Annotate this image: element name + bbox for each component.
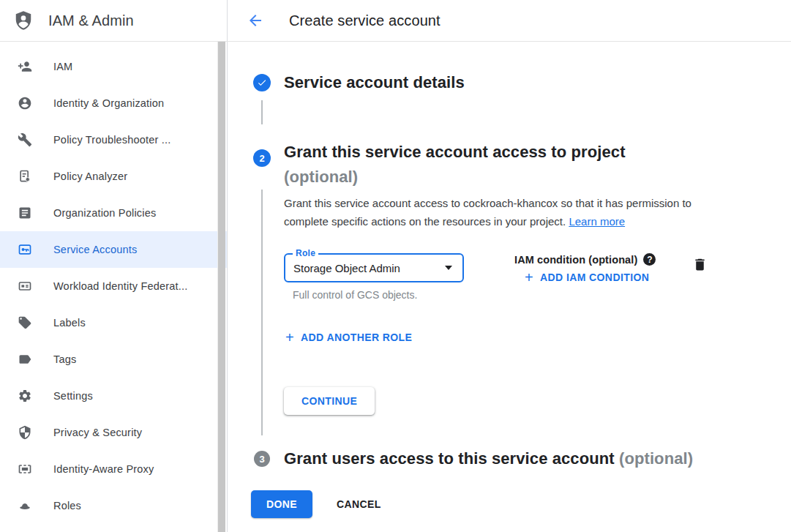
- step-2-number-badge: 2: [253, 149, 271, 167]
- form-actions: DONE CANCEL: [251, 490, 791, 518]
- sidebar-item-label: Settings: [53, 390, 93, 402]
- sidebar-item-roles[interactable]: Roles: [0, 487, 227, 524]
- sidebar-item-settings[interactable]: Settings: [0, 378, 227, 414]
- sidebar-item-service-accounts[interactable]: Service Accounts: [0, 231, 227, 268]
- sidebar-item-label: Privacy & Security: [53, 427, 142, 438]
- done-button[interactable]: DONE: [251, 490, 312, 518]
- iam-shield-icon: [12, 10, 34, 31]
- sidebar-item-tags[interactable]: Tags: [0, 341, 227, 378]
- stepper-connector: [261, 100, 263, 124]
- sidebar-item-label: Workload Identity Federat...: [53, 280, 187, 292]
- trash-icon: [692, 257, 708, 272]
- step-2-body: Grant this service account access to coc…: [261, 190, 791, 435]
- sidebar-item-label: Organization Policies: [53, 207, 156, 219]
- add-another-role-button[interactable]: + ADD ANOTHER ROLE: [285, 331, 412, 343]
- step-1-title: Service account details: [284, 72, 465, 94]
- create-service-account-form: Service account details 2 Grant this ser…: [228, 42, 791, 532]
- app-title: IAM & Admin: [48, 12, 134, 29]
- page-title: Create service account: [289, 12, 441, 29]
- sidebar-item-label: Identity & Organization: [53, 97, 164, 109]
- sidebar-item-label: Tags: [53, 353, 76, 365]
- sidebar-item-labels[interactable]: Labels: [0, 304, 227, 341]
- sidebar-item-policy-analyzer[interactable]: Policy Analyzer: [0, 158, 227, 195]
- role-field: Role Storage Object Admin Full control o…: [284, 253, 464, 301]
- step-1-completed-check-icon: [253, 74, 271, 91]
- sidebar-item-label: Labels: [53, 317, 86, 329]
- step-3-number-badge: 3: [254, 451, 270, 467]
- sidebar-item-label: Policy Troubleshooter ...: [53, 134, 171, 146]
- role-select-dropdown[interactable]: Role Storage Object Admin: [284, 253, 464, 282]
- plus-icon: +: [285, 331, 294, 343]
- article-icon: [18, 206, 32, 220]
- plus-icon: +: [525, 271, 533, 283]
- sidebar-item-organization-policies[interactable]: Organization Policies: [0, 195, 227, 231]
- label-tag-icon: [18, 315, 32, 330]
- step-2-optional-label: (optional): [284, 168, 358, 186]
- gear-icon: [18, 389, 32, 403]
- sidebar-item-iam[interactable]: IAM: [0, 48, 227, 85]
- step-2-title: Grant this service account access to pro…: [284, 143, 626, 161]
- add-iam-condition-button[interactable]: + ADD IAM CONDITION: [525, 271, 649, 283]
- sidebar: IAM Identity & Organization Policy Troub…: [0, 42, 228, 532]
- sidebar-item-policy-troubleshooter[interactable]: Policy Troubleshooter ...: [0, 121, 227, 158]
- role-field-label: Role: [293, 248, 318, 258]
- arrow-back-icon[interactable]: [247, 12, 264, 29]
- role-selected-value: Storage Object Admin: [293, 262, 400, 274]
- identity-card-icon: [18, 279, 32, 293]
- sidebar-item-privacy-security[interactable]: Privacy & Security: [0, 414, 227, 451]
- sidebar-item-label: Policy Analyzer: [53, 171, 127, 182]
- service-account-key-icon: [18, 242, 32, 257]
- step-1-service-account-details: Service account details: [245, 72, 791, 94]
- sidebar-item-identity-organization[interactable]: Identity & Organization: [0, 85, 227, 121]
- tag-arrow-icon: [18, 352, 32, 367]
- top-bar: IAM & Admin Create service account: [0, 0, 791, 42]
- sidebar-item-label: Service Accounts: [53, 244, 137, 255]
- step-3-title: Grant users access to this service accou…: [284, 449, 615, 468]
- account-circle-icon: [18, 96, 32, 110]
- step-3-optional-label: (optional): [619, 449, 693, 468]
- person-add-icon: [18, 59, 32, 74]
- sidebar-item-identity-aware-proxy[interactable]: Identity-Aware Proxy: [0, 451, 227, 487]
- step-2-grant-access: 2 Grant this service account access to p…: [245, 140, 791, 190]
- policy-analyzer-icon: [18, 169, 32, 184]
- sidebar-item-label: Roles: [53, 500, 81, 512]
- cancel-button[interactable]: CANCEL: [335, 492, 383, 516]
- shield-half-icon: [18, 425, 32, 440]
- sidebar-scrollbar[interactable]: [217, 42, 225, 532]
- iap-icon: [18, 462, 32, 476]
- page-header: Create service account: [228, 0, 791, 41]
- chevron-down-icon: [445, 266, 452, 270]
- step-2-description: Grant this service account access to coc…: [284, 197, 691, 228]
- sidebar-item-label: IAM: [53, 61, 72, 72]
- app-header: IAM & Admin: [0, 0, 228, 41]
- hat-icon: [18, 498, 32, 513]
- sidebar-item-workload-identity-federation[interactable]: Workload Identity Federat...: [0, 268, 227, 304]
- wrench-icon: [18, 132, 32, 147]
- iam-condition-block: IAM condition (optional) ? + ADD IAM CON…: [514, 253, 656, 285]
- continue-button[interactable]: CONTINUE: [284, 387, 375, 415]
- learn-more-link[interactable]: Learn more: [569, 215, 625, 228]
- iam-condition-label: IAM condition (optional): [514, 254, 637, 266]
- sidebar-item-label: Identity-Aware Proxy: [53, 463, 154, 475]
- step-3-grant-users-access: 3 Grant users access to this service acc…: [245, 448, 791, 470]
- delete-role-button[interactable]: [692, 257, 708, 272]
- help-icon[interactable]: ?: [643, 253, 656, 266]
- role-helper-text: Full control of GCS objects.: [284, 289, 464, 301]
